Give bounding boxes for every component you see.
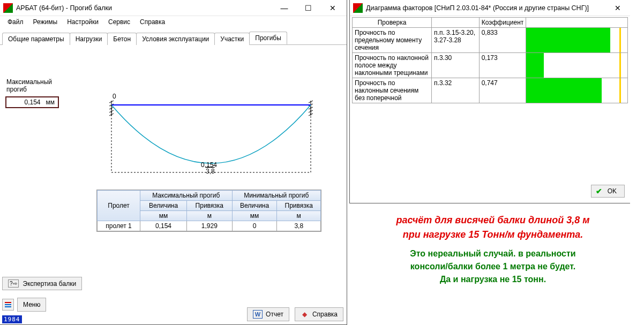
ref-text: п.3.32 <box>432 78 480 103</box>
col-max-group: Максимальный прогиб <box>140 191 233 201</box>
titlebar: АРБАТ (64-бит) - Прогиб балки — ☐ ✕ <box>0 0 347 16</box>
cell-min-val: 0 <box>232 221 277 231</box>
col-bar <box>526 18 628 28</box>
max-deflection-unit: мм <box>46 99 55 106</box>
bar-cell <box>526 78 628 103</box>
col-max-val: Величина <box>140 201 187 211</box>
tab-general[interactable]: Общие параметры <box>2 33 70 45</box>
coef-text: 0,833 <box>479 28 526 53</box>
chart-zero-label: 0 <box>113 93 116 100</box>
svg-rect-13 <box>5 304 11 305</box>
expertise-button[interactable]: ?⇨ Экспертиза балки <box>2 277 82 290</box>
max-deflection-value-box: 0,154 мм <box>5 96 59 108</box>
coef-text: 0,173 <box>479 53 526 78</box>
menu-service[interactable]: Сервис <box>104 17 134 27</box>
cell-max-bind: 1,929 <box>187 221 233 231</box>
coef-text: 0,747 <box>479 78 526 103</box>
factors-window: Диаграмма факторов [СНиП 2.03.01-84* (Ро… <box>349 0 630 203</box>
expertise-icon: ?⇨ <box>8 279 19 288</box>
factors-table: Проверка Коэффициент Прочность по предел… <box>352 17 628 103</box>
app-icon <box>3 3 13 13</box>
check-icon: ✔ <box>596 187 602 195</box>
help-button[interactable]: ◆ Справка <box>295 307 343 321</box>
maximize-button[interactable]: ☐ <box>296 1 320 16</box>
close-button[interactable]: ✕ <box>608 1 628 16</box>
col-max-bind: Привязка <box>187 201 233 211</box>
col-span: Пролет <box>98 191 140 221</box>
table-row[interactable]: Прочность по предельному моменту сечения… <box>353 28 628 53</box>
unit-m1: м <box>187 211 233 221</box>
unit-mm1: мм <box>140 211 187 221</box>
main-window: АРБАТ (64-бит) - Прогиб балки — ☐ ✕ Файл… <box>0 0 347 325</box>
col-min-val: Величина <box>232 201 277 211</box>
table-row[interactable]: Прочность по наклонным сечениям без попе… <box>353 78 628 103</box>
deflection-curve <box>111 105 311 163</box>
cell-max-val: 0,154 <box>140 221 187 231</box>
menu-modes[interactable]: Режимы <box>29 17 62 27</box>
table-row[interactable]: Прочность по наклонной полосе между накл… <box>353 53 628 78</box>
year-badge: 1984 <box>2 315 22 323</box>
tab-deflections[interactable]: Прогибы <box>249 32 287 44</box>
max-deflection-value: 0,154 <box>10 99 46 106</box>
svg-rect-12 <box>5 302 11 303</box>
tab-loads[interactable]: Нагрузки <box>70 33 108 45</box>
chart-span-value: 3,8 <box>206 168 215 175</box>
menu-button[interactable]: Меню <box>17 298 46 312</box>
word-icon: W <box>253 310 263 319</box>
svg-rect-14 <box>5 306 11 307</box>
max-deflection-label: Максимальный прогиб <box>6 78 341 93</box>
ref-text: п.п. 3.15-3.20, 3.27-3.28 <box>432 28 480 53</box>
row-label: пролет 1 <box>98 221 140 231</box>
menu-settings[interactable]: Настройки <box>63 17 103 27</box>
tab-concrete[interactable]: Бетон <box>107 33 137 45</box>
deflection-table: Пролет Максимальный прогиб Минимальный п… <box>96 190 321 232</box>
report-button[interactable]: W Отчет <box>247 307 289 321</box>
col-ref <box>432 18 480 28</box>
deflection-chart: 0 0,154 <box>96 93 321 179</box>
check-text: Прочность по наклонной полосе между накл… <box>353 53 432 78</box>
tabstrip: Общие параметры Нагрузки Бетон Условия э… <box>0 31 347 45</box>
window-title: АРБАТ (64-бит) - Прогиб балки <box>16 4 272 12</box>
book-icon: ◆ <box>301 310 309 319</box>
col-check: Проверка <box>353 18 432 28</box>
close-button[interactable]: ✕ <box>320 1 345 16</box>
ok-button[interactable]: ✔ OK <box>591 185 625 198</box>
tab-sections[interactable]: Участки <box>214 33 250 45</box>
window-buttons: — ☐ ✕ <box>272 1 345 16</box>
tab-conditions[interactable]: Условия эксплуатации <box>136 33 215 45</box>
annotation-text: расчёт для висячей балки длиной 3,8 м пр… <box>354 213 632 286</box>
tab-content: Максимальный прогиб 0,154 мм 0 <box>0 45 347 324</box>
factors-titlebar: Диаграмма факторов [СНиП 2.03.01-84* (Ро… <box>350 0 630 16</box>
app-icon <box>353 3 363 13</box>
menu-help[interactable]: Справка <box>136 17 169 27</box>
bar-cell <box>526 53 628 78</box>
menu-dropdown-icon[interactable] <box>2 299 14 311</box>
unit-mm2: мм <box>232 211 277 221</box>
col-min-group: Минимальный прогиб <box>232 191 320 201</box>
bar-cell <box>526 28 628 53</box>
col-coef: Коэффициент <box>479 18 526 28</box>
cell-min-bind: 3,8 <box>277 221 321 231</box>
unit-m2: м <box>277 211 321 221</box>
minimize-button[interactable]: — <box>272 1 296 16</box>
check-text: Прочность по наклонным сечениям без попе… <box>353 78 432 103</box>
factors-title: Диаграмма факторов [СНиП 2.03.01-84* (Ро… <box>366 4 608 12</box>
check-text: Прочность по предельному моменту сечения <box>353 28 432 53</box>
col-min-bind: Привязка <box>277 201 321 211</box>
menu-file[interactable]: Файл <box>3 17 28 27</box>
ref-text: п.3.30 <box>432 53 480 78</box>
table-row[interactable]: пролет 1 0,154 1,929 0 3,8 <box>98 221 321 231</box>
menubar: Файл Режимы Настройки Сервис Справка <box>0 16 347 28</box>
